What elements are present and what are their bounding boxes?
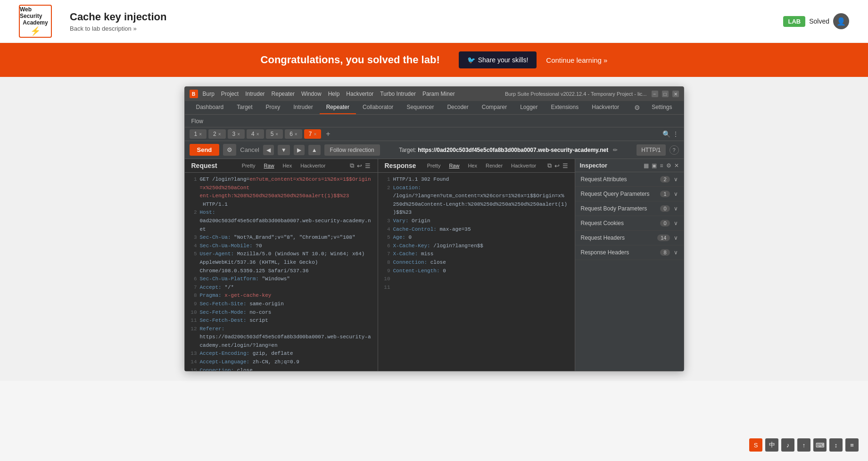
tab-logger[interactable]: Logger [513,101,544,114]
repeater-tab-5[interactable]: 5 × [266,129,283,139]
share-button[interactable]: 🐦 Share your skills! [459,51,537,68]
search-tab-icon[interactable]: 🔍 [662,130,670,138]
tab-target[interactable]: Target [230,101,259,114]
repeater-toolbar: Send ⚙ Cancel ◀ ▼ ▶ ▲ Follow redirection… [185,141,684,159]
close-tab-2-icon[interactable]: × [218,132,221,137]
inspector-view-icon-1[interactable]: ▦ [644,162,649,169]
close-tab-1-icon[interactable]: × [199,132,202,137]
prev-button[interactable]: ◀ [263,145,274,155]
menu-hackvertor[interactable]: Hackvertor [346,91,373,97]
response-subtab-hackvertor[interactable]: Hackvertor [507,162,540,169]
follow-redirection-button[interactable]: Follow redirection [324,144,380,156]
close-tab-6-icon[interactable]: × [295,132,298,137]
tab-sequencer[interactable]: Sequencer [400,101,440,114]
inspector-section-request-attributes[interactable]: Request Attributes 2 ∨ [575,172,684,187]
maximize-button[interactable]: □ [662,91,669,97]
congrats-text: Congratulations, you solved the lab! [261,54,440,66]
send-button[interactable]: Send [190,144,220,156]
menu-param-miner[interactable]: Param Miner [422,91,455,97]
cancel-button[interactable]: Cancel [240,146,259,153]
menu-window[interactable]: Window [301,91,322,97]
br-icon-mic[interactable]: ♪ [781,438,794,452]
repeater-tab-6[interactable]: 6 × [285,129,302,139]
back-link[interactable]: Back to lab description » [70,25,783,32]
menu-help[interactable]: Help [328,91,340,97]
close-tab-7-icon[interactable]: × [314,132,316,137]
up-button[interactable]: ▲ [308,145,321,155]
response-code-area[interactable]: 1 HTTP/1.1 302 Found 2 Location: /login/… [378,173,575,371]
repeater-tab-4[interactable]: 4 × [247,129,264,139]
request-subtab-raw[interactable]: Raw [260,162,278,169]
edit-target-icon[interactable]: ✏ [613,147,618,153]
burp-win-controls: − □ ✕ [652,91,679,97]
more-options-icon[interactable]: ⋮ [672,130,679,138]
close-tab-3-icon[interactable]: × [237,132,240,137]
http-version-button[interactable]: HTTP/1 [637,144,665,156]
repeater-tab-3[interactable]: 3 × [228,129,245,139]
resp-line-7: 7 X-Cache: miss [382,250,571,259]
br-icon-upload[interactable]: ↑ [797,438,810,452]
inspector-section-body-params[interactable]: Request Body Parameters 0 ∨ [575,201,684,216]
br-icon-resize[interactable]: ↕ [829,438,843,452]
request-code-area[interactable]: 1 GET /login?lang=en?utm_content=x%26cor… [185,173,378,371]
inspector-section-query-params[interactable]: Request Query Parameters 1 ∨ [575,187,684,201]
tab-comparer[interactable]: Comparer [475,101,513,114]
menu-repeater[interactable]: Repeater [272,91,295,97]
tab-repeater[interactable]: Repeater [320,101,356,114]
tab-intruder[interactable]: Intruder [287,101,319,114]
inspector-list-icon[interactable]: ≡ [660,162,663,169]
response-subtab-pretty[interactable]: Pretty [423,162,445,169]
request-subtab-hackvertor[interactable]: Hackvertor [297,162,329,169]
response-copy-icon[interactable]: ⧉ [547,162,552,169]
response-wrap-icon[interactable]: ↩ [554,162,560,169]
menu-burp[interactable]: Burp [203,91,215,97]
close-tab-5-icon[interactable]: × [275,132,278,137]
more-icon[interactable]: ☰ [365,162,371,169]
req-line-12b: https://0ad200c503df45e5c0fa8b3d00ba0007… [189,333,374,342]
continue-learning-link[interactable]: Continue learning » [546,56,607,64]
down-button[interactable]: ▼ [278,145,290,155]
tab-flow[interactable]: Flow [191,118,203,125]
inspector-close-icon[interactable]: ✕ [674,162,679,169]
menu-intruder[interactable]: Intruder [245,91,265,97]
inspector-section-cookies[interactable]: Request Cookies 0 ∨ [575,216,684,231]
menu-project[interactable]: Project [221,91,239,97]
inspector-section-request-headers[interactable]: Request Headers 14 ∨ [575,231,684,245]
settings-gear-icon[interactable]: ⚙ [634,104,640,111]
tab-hackvertor[interactable]: Hackvertor [585,101,626,114]
response-more-icon[interactable]: ☰ [562,162,568,169]
tab-extensions[interactable]: Extensions [545,101,586,114]
close-tab-4-icon[interactable]: × [256,132,259,137]
add-tab-icon[interactable]: + [323,130,333,138]
inspector-section-response-headers[interactable]: Response Headers 8 ∨ [575,245,684,260]
help-button[interactable]: ? [670,145,679,155]
tab-proxy[interactable]: Proxy [259,101,287,114]
repeater-tab-2[interactable]: 2 × [208,129,226,139]
close-button[interactable]: ✕ [672,91,679,97]
br-icon-s[interactable]: S [749,438,762,452]
copy-icon[interactable]: ⧉ [350,162,354,169]
tab-dashboard[interactable]: Dashboard [190,101,231,114]
tab-settings[interactable]: Settings [645,101,678,114]
br-icon-menu[interactable]: ≡ [845,438,859,452]
menu-turbo-intruder[interactable]: Turbo Intruder [380,91,416,97]
br-icon-zh[interactable]: 中 [765,438,778,452]
request-subtab-pretty[interactable]: Pretty [238,162,259,169]
repeater-tab-1[interactable]: 1 × [190,129,207,139]
next-button[interactable]: ▶ [294,145,305,155]
avatar[interactable]: 👤 [833,13,849,29]
response-subtab-hex[interactable]: Hex [464,162,481,169]
response-subtab-render[interactable]: Render [482,162,506,169]
tab-collaborator[interactable]: Collaborator [356,101,400,114]
tab-decoder[interactable]: Decoder [440,101,475,114]
response-subtab-raw[interactable]: Raw [445,162,463,169]
repeater-tab-7[interactable]: 7 × [304,129,322,139]
inspector-view-icon-2[interactable]: ▣ [652,162,657,169]
wrap-icon[interactable]: ↩ [357,162,362,169]
response-panel-icons: ⧉ ↩ ☰ [547,162,568,169]
minimize-button[interactable]: − [652,91,658,97]
request-subtab-hex[interactable]: Hex [279,162,296,169]
inspector-settings-icon[interactable]: ⚙ [666,162,671,169]
br-icon-keyboard[interactable]: ⌨ [813,438,827,452]
gear-button[interactable]: ⚙ [223,144,236,156]
